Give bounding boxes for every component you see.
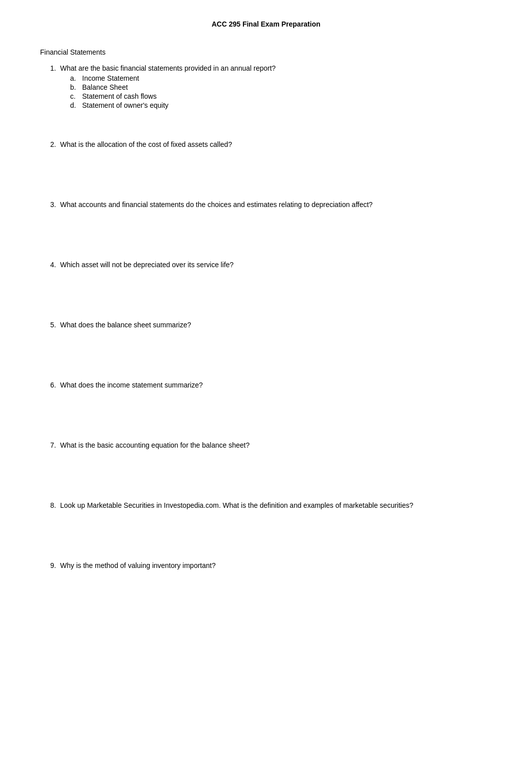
question-item-5: 5. What does the balance sheet summarize…: [40, 321, 492, 331]
sub-item-1d: d. Statement of owner's equity: [70, 101, 492, 109]
question-number-2: 2.: [40, 140, 60, 150]
question-number-9: 9.: [40, 561, 60, 571]
question-text-5: What does the balance sheet summarize?: [60, 321, 492, 329]
question-number-1: 1.: [40, 64, 60, 110]
question-text-8: Look up Marketable Securities in Investo…: [60, 501, 492, 509]
question-content-5: What does the balance sheet summarize?: [60, 321, 492, 331]
question-text-4: Which asset will not be depreciated over…: [60, 261, 492, 269]
question-content-4: Which asset will not be depreciated over…: [60, 261, 492, 271]
section-header: Financial Statements: [40, 48, 492, 56]
question-content-6: What does the income statement summarize…: [60, 381, 492, 391]
question-text-3: What accounts and financial statements d…: [60, 201, 492, 209]
question-text-9: Why is the method of valuing inventory i…: [60, 561, 492, 569]
sub-list-1: a. Income Statement b. Balance Sheet c. …: [70, 74, 492, 109]
page-title: ACC 295 Final Exam Preparation: [40, 20, 492, 28]
question-text-2: What is the allocation of the cost of fi…: [60, 140, 492, 148]
question-content-2: What is the allocation of the cost of fi…: [60, 140, 492, 150]
sub-item-1c: c. Statement of cash flows: [70, 92, 492, 100]
question-text-6: What does the income statement summarize…: [60, 381, 492, 389]
sub-label-1b: b.: [70, 83, 82, 91]
sub-text-1a: Income Statement: [82, 74, 139, 82]
question-content-9: Why is the method of valuing inventory i…: [60, 561, 492, 571]
question-item-7: 7. What is the basic accounting equation…: [40, 441, 492, 451]
question-content-8: Look up Marketable Securities in Investo…: [60, 501, 492, 511]
question-text-1: What are the basic financial statements …: [60, 64, 492, 72]
sub-item-1a: a. Income Statement: [70, 74, 492, 82]
question-content-3: What accounts and financial statements d…: [60, 201, 492, 211]
sub-text-1c: Statement of cash flows: [82, 92, 157, 100]
question-item-6: 6. What does the income statement summar…: [40, 381, 492, 391]
question-text-7: What is the basic accounting equation fo…: [60, 441, 492, 449]
question-number-8: 8.: [40, 501, 60, 511]
sub-label-1a: a.: [70, 74, 82, 82]
questions-list: 1. What are the basic financial statemen…: [40, 64, 492, 571]
sub-text-1b: Balance Sheet: [82, 83, 128, 91]
question-item-9: 9. Why is the method of valuing inventor…: [40, 561, 492, 571]
question-number-5: 5.: [40, 321, 60, 331]
question-item-8: 8. Look up Marketable Securities in Inve…: [40, 501, 492, 511]
sub-text-1d: Statement of owner's equity: [82, 101, 168, 109]
question-item-1: 1. What are the basic financial statemen…: [40, 64, 492, 110]
question-content-7: What is the basic accounting equation fo…: [60, 441, 492, 451]
question-number-4: 4.: [40, 261, 60, 271]
sub-label-1d: d.: [70, 101, 82, 109]
sub-label-1c: c.: [70, 92, 82, 100]
question-item-3: 3. What accounts and financial statement…: [40, 201, 492, 211]
question-number-6: 6.: [40, 381, 60, 391]
question-content-1: What are the basic financial statements …: [60, 64, 492, 110]
question-number-7: 7.: [40, 441, 60, 451]
question-number-3: 3.: [40, 201, 60, 211]
question-item-4: 4. Which asset will not be depreciated o…: [40, 261, 492, 271]
sub-item-1b: b. Balance Sheet: [70, 83, 492, 91]
question-item-2: 2. What is the allocation of the cost of…: [40, 140, 492, 150]
